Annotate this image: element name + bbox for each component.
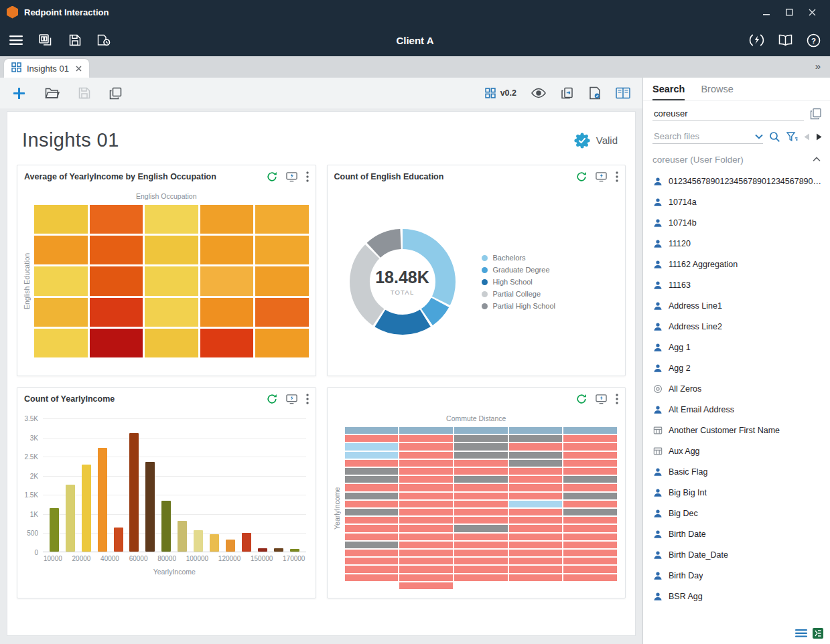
bar[interactable] (210, 534, 219, 552)
field-list-item[interactable]: Aux Agg (643, 440, 830, 461)
mosaic-segment[interactable] (345, 468, 399, 475)
bar[interactable] (114, 528, 123, 552)
legend-item[interactable]: Partial College (482, 290, 556, 298)
mosaic-segment[interactable] (454, 558, 508, 564)
mosaic-segment[interactable] (399, 534, 453, 540)
bar[interactable] (50, 508, 59, 552)
mosaic-segment[interactable] (563, 574, 617, 581)
bar[interactable] (274, 548, 283, 552)
mosaic-segment[interactable] (399, 550, 453, 556)
heatmap-cell[interactable] (34, 205, 88, 234)
prev-page-icon[interactable] (804, 133, 810, 141)
legend-item[interactable]: High School (482, 278, 556, 286)
mosaic-segment[interactable] (454, 574, 508, 581)
bar[interactable] (98, 448, 107, 552)
mosaic-segment[interactable] (345, 460, 399, 467)
mosaic-segment[interactable] (509, 558, 563, 564)
field-list-item[interactable]: Birth Date (643, 524, 830, 544)
mosaic-segment[interactable] (563, 501, 617, 507)
mosaic-segment[interactable] (454, 435, 508, 442)
mosaic-segment[interactable] (399, 517, 453, 524)
legend-item[interactable]: Graduate Degree (482, 266, 556, 274)
field-list-item[interactable]: Basic Flag (643, 461, 830, 482)
mosaic-segment[interactable] (399, 574, 453, 581)
copy-icon[interactable] (810, 108, 822, 120)
scheduled-documents-icon[interactable] (97, 34, 111, 46)
mosaic-segment[interactable] (454, 493, 508, 499)
display-settings-icon[interactable] (596, 394, 607, 404)
mosaic-segment[interactable] (454, 566, 508, 572)
tab-insights-01[interactable]: Insights 01 (4, 59, 89, 78)
field-list-item[interactable]: Address Line1 (643, 295, 830, 316)
mosaic-segment[interactable] (454, 476, 508, 483)
mosaic-segment[interactable] (509, 542, 563, 548)
version-indicator[interactable]: v0.2 (485, 88, 516, 98)
mosaic-segment[interactable] (509, 517, 563, 524)
chevron-up-icon[interactable] (813, 157, 821, 162)
maximize-icon[interactable] (778, 3, 801, 21)
close-icon[interactable] (801, 3, 823, 21)
heatmap-cell[interactable] (34, 266, 88, 295)
heatmap-cell[interactable] (200, 205, 254, 234)
field-list-item[interactable]: 11120 (643, 233, 830, 254)
mosaic-segment[interactable] (563, 534, 617, 540)
mosaic-segment[interactable] (399, 509, 453, 515)
kebab-menu-icon[interactable] (306, 394, 309, 404)
heatmap-cell[interactable] (34, 298, 88, 327)
field-list-item[interactable]: 0123456789012345678901234567890123456789… (643, 171, 830, 191)
bar[interactable] (161, 501, 171, 552)
save-export-icon[interactable] (69, 34, 81, 46)
mosaic-segment[interactable] (345, 493, 399, 499)
heatmap-cell[interactable] (145, 236, 198, 264)
mosaic-segment[interactable] (454, 460, 508, 467)
mosaic-segment[interactable] (509, 550, 563, 556)
filter-icon[interactable] (786, 132, 798, 142)
field-list-item[interactable]: Another Customer First Name (643, 420, 830, 440)
heatmap-cell[interactable] (200, 298, 254, 327)
display-settings-icon[interactable] (286, 394, 297, 404)
field-list-item[interactable]: Big Big Int (643, 482, 830, 503)
open-folder-button[interactable] (45, 87, 60, 99)
heatmap-cell[interactable] (255, 266, 309, 295)
boards-icon[interactable] (39, 34, 53, 46)
mosaic-segment[interactable] (454, 534, 508, 540)
field-list-item[interactable]: Big Dec (643, 503, 830, 524)
search-icon[interactable] (769, 131, 780, 143)
mosaic-segment[interactable] (454, 452, 508, 459)
heatmap-cell[interactable] (90, 329, 143, 357)
mosaic-segment[interactable] (509, 534, 563, 540)
mosaic-segment[interactable] (563, 427, 617, 434)
mosaic-segment[interactable] (454, 550, 508, 556)
copy-page-icon[interactable] (561, 86, 574, 100)
heatmap-cell[interactable] (34, 236, 88, 264)
mosaic-segment[interactable] (399, 582, 453, 589)
mosaic-segment[interactable] (345, 476, 399, 483)
legend-item[interactable]: Partial High School (482, 302, 556, 310)
mosaic-segment[interactable] (345, 550, 399, 556)
refresh-icon[interactable] (576, 171, 587, 182)
kebab-menu-icon[interactable] (616, 171, 618, 182)
mosaic-segment[interactable] (563, 550, 617, 556)
mosaic-segment[interactable] (399, 566, 453, 572)
bar[interactable] (66, 485, 75, 552)
mosaic-segment[interactable] (345, 452, 399, 459)
bar[interactable] (242, 533, 251, 552)
mosaic-segment[interactable] (509, 427, 563, 434)
heatmap-cell[interactable] (90, 205, 143, 234)
mosaic-segment[interactable] (509, 476, 563, 483)
mosaic-segment[interactable] (345, 484, 399, 491)
tab-close-icon[interactable] (76, 66, 82, 72)
display-settings-icon[interactable] (596, 171, 607, 182)
next-page-icon[interactable] (816, 133, 822, 141)
bar[interactable] (258, 548, 267, 552)
mosaic-segment[interactable] (399, 427, 453, 434)
mosaic-segment[interactable] (399, 468, 453, 475)
mosaic-segment[interactable] (509, 460, 563, 467)
heatmap-cell[interactable] (200, 236, 254, 264)
field-list-item[interactable]: Agg 2 (643, 357, 830, 378)
heatmap-cell[interactable] (90, 298, 143, 327)
mosaic-segment[interactable] (454, 509, 508, 515)
mosaic-segment[interactable] (509, 452, 563, 459)
heatmap-cell[interactable] (255, 236, 309, 264)
field-list-item[interactable]: Address Line2 (643, 316, 830, 337)
